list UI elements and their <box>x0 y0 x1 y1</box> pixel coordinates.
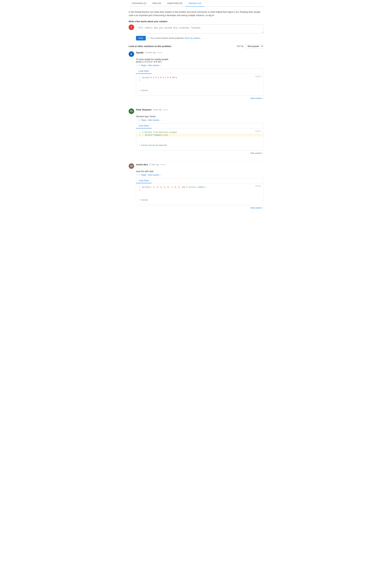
write-section-header: Write a few words about your solution <box>129 20 263 23</box>
sort-select[interactable]: Most popular <box>245 44 263 48</box>
solution-block-3: VD vecino darx 21 days ago Report easy b… <box>129 163 263 210</box>
sort-row: Sort by: Most popular <box>237 44 263 48</box>
code-line-2-2: 2 ⚠ print(*range(1,11)) <box>136 134 263 136</box>
action-row-3: ♡ 1 Reply Hide solution ↑ <box>129 174 263 176</box>
reply-link-3[interactable]: Reply <box>141 174 146 176</box>
hide-solution-bottom-2: Hide solution ↑ <box>129 150 263 156</box>
author-name-2: Petar Stoyanov <box>136 108 152 111</box>
solution-text-1: Or more simple for newbie people: print(… <box>129 58 263 63</box>
warning-icon-2: ⚠ <box>142 134 143 136</box>
hide-solution-bottom-link-3[interactable]: Hide solution ↑ <box>250 207 263 209</box>
hide-solution-link-1[interactable]: Hide solution ↑ <box>148 64 161 67</box>
code-line-1-1: 1 print("1 2 3 4 5 6 7 8 9 10") <box>136 76 263 79</box>
hide-solution-link-3[interactable]: Hide solution ↑ <box>148 174 161 176</box>
tab-bar: Comments (1) Hints (0) Useful links (0) … <box>129 0 263 7</box>
tab-comments[interactable]: Comments (1) <box>129 0 149 7</box>
hide-solution-bottom-link-1[interactable]: Hide solution ↑ <box>250 97 263 99</box>
tab-hints[interactable]: Hints (0) <box>149 0 164 7</box>
author-name-1: Squadz <box>136 51 144 54</box>
code-editor-tab-bar-3: Code Editor <box>136 178 263 183</box>
compose-area: T <box>129 24 263 33</box>
check-icon: ✓ <box>147 37 149 40</box>
divider-2 <box>129 160 263 160</box>
hide-solution-bottom-1: Hide solution ↑ <box>129 96 263 101</box>
correct-status-3: ✓ Correct <box>136 197 263 203</box>
code-area-2: Python 1 # Posted from EduTools plugin 2… <box>136 129 263 150</box>
author-name-3: vecino darx <box>136 163 148 166</box>
code-editor-tab-bar-1: Code Editor <box>136 69 263 74</box>
lang-label-3: Python <box>255 185 261 187</box>
code-editor-3: Code Editor Python 1 print(1, 2, 3, 4, 5… <box>136 178 263 205</box>
heart-icon-3[interactable]: ♡ <box>136 174 138 176</box>
action-row-2: ♡ 1 Reply Hide solution ↑ <box>129 119 263 121</box>
solution-meta-1: S Squadz 3 months ago Report <box>129 51 263 57</box>
solution-text-3: easy but with style <box>129 170 263 172</box>
code-editor-1: Code Editor Python 1 print("1 2 3 4 5 6 … <box>136 69 263 96</box>
lang-label-1: Python <box>255 75 261 77</box>
code-line-2-1: 1 # Posted from EduTools plugin <box>136 131 263 134</box>
post-info: ✓ Your current solution will be publishe… <box>147 37 202 40</box>
report-link-2[interactable]: Report <box>163 109 168 111</box>
like-count-2: 1 <box>138 119 140 121</box>
author-avatar-2: PS <box>129 108 134 114</box>
heart-icon-2[interactable]: ♡ <box>136 119 138 121</box>
solutions-header: Look at other solutions to this problem … <box>129 44 263 48</box>
author-avatar-1: S <box>129 51 134 57</box>
code-line-3-1: 1 print(1, 2, 3, 4, 5, 6, 7, 8, 9, 10) #… <box>136 186 263 189</box>
like-area-3: ♡ 1 <box>136 174 140 176</box>
sort-label: Sort by: <box>237 45 244 47</box>
hide-solution-bottom-link-2[interactable]: Hide solution ↑ <box>250 152 263 154</box>
solution-meta-3: VD vecino darx 21 days ago Report <box>129 163 263 169</box>
author-line-2: Petar Stoyanov 6 days ago Report <box>136 108 263 111</box>
code-area-3: Python 1 print(1, 2, 3, 4, 5, 6, 7, 8, 9… <box>136 183 263 205</box>
intro-text: In this thread learners can share their … <box>129 10 263 17</box>
code-line-1-2: 2 <box>136 79 263 81</box>
divider-1 <box>129 105 263 105</box>
post-info-text: Your current solution will be published <box>150 37 184 39</box>
solution-meta-2: PS Petar Stoyanov 6 days ago Report <box>129 108 263 114</box>
lang-label-2: Python <box>255 130 261 132</box>
like-area-1: ♡ 2 <box>136 64 140 67</box>
like-count-3: 1 <box>138 174 140 176</box>
solution-text-2: Shortest way i found <box>129 115 263 118</box>
show-solution-link[interactable]: Show my solution ↓ <box>184 37 202 39</box>
solution-author-info-3: vecino darx 21 days ago Report <box>136 163 263 166</box>
time-ago-2: 6 days ago <box>153 109 162 111</box>
code-area-1: Python 1 print("1 2 3 4 5 6 7 8 9 10") 2… <box>136 74 263 96</box>
correct-check-icon-1: ✓ <box>138 89 140 92</box>
reply-link-1[interactable]: Reply <box>141 64 146 67</box>
author-line-1: Squadz 3 months ago Report <box>136 51 263 54</box>
like-count-1: 2 <box>138 64 140 67</box>
hide-solution-bottom-3: Hide solution ↑ <box>129 205 263 210</box>
time-ago-3: 21 days ago <box>149 164 159 166</box>
report-link-3[interactable]: Report <box>160 164 165 166</box>
post-button[interactable]: Post <box>136 36 146 40</box>
user-avatar: T <box>129 24 134 30</box>
tab-solutions[interactable]: Solutions (9) <box>185 0 205 7</box>
hide-solution-link-2[interactable]: Hide solution ↑ <box>148 119 161 121</box>
action-row-1: ♡ 2 Reply Hide solution ↑ <box>129 64 263 67</box>
solution-author-info-1: Squadz 3 months ago Report <box>136 51 263 54</box>
solution-block-2: PS Petar Stoyanov 6 days ago Report Shor… <box>129 108 263 156</box>
correct-status-1: ✓ Correct <box>136 88 263 93</box>
tab-useful-links[interactable]: Useful links (0) <box>164 0 185 7</box>
report-link-1[interactable]: Report <box>157 52 162 53</box>
correct-status-2: ✓ Correct, but can be improved <box>136 143 263 148</box>
code-editor-tab-3[interactable]: Code Editor <box>136 178 152 183</box>
code-editor-tab-bar-2: Code Editor <box>136 123 263 129</box>
reply-link-2[interactable]: Reply <box>141 119 146 121</box>
author-line-3: vecino darx 21 days ago Report <box>136 163 263 166</box>
post-row: Post ✓ Your current solution will be pub… <box>129 36 263 40</box>
code-editor-tab-2[interactable]: Code Editor <box>136 123 152 128</box>
solution-block-1: S Squadz 3 months ago Report Or more sim… <box>129 51 263 101</box>
code-line-3-2: 2 <box>136 189 263 191</box>
solution-input[interactable] <box>136 24 263 33</box>
heart-icon-1[interactable]: ♡ <box>136 64 138 67</box>
time-ago-1: 3 months ago <box>145 51 156 54</box>
correct-check-icon-2: ✓ <box>138 144 140 146</box>
code-editor-tab-1[interactable]: Code Editor <box>136 69 152 74</box>
author-avatar-3: VD <box>129 163 134 169</box>
like-area-2: ♡ 1 <box>136 119 140 121</box>
solution-author-info-2: Petar Stoyanov 6 days ago Report <box>136 108 263 112</box>
code-editor-2: Code Editor Python 1 # Posted from EduTo… <box>136 123 263 150</box>
